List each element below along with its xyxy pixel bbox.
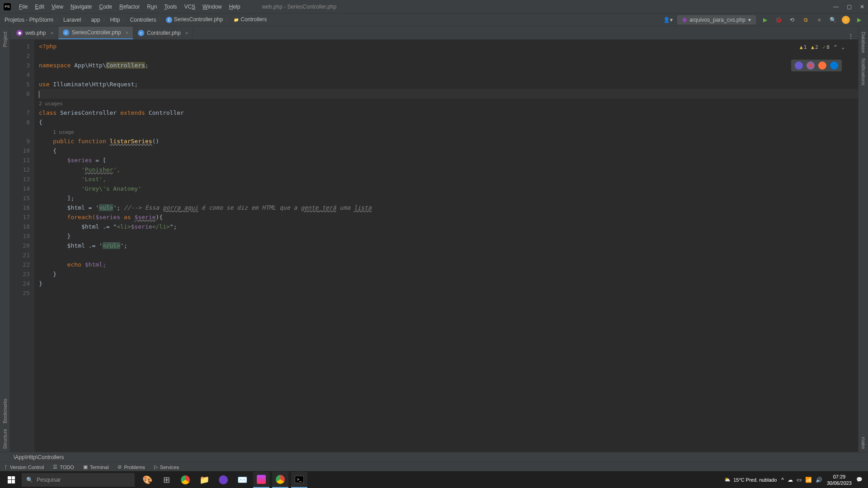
menu-window[interactable]: Window (199, 4, 226, 10)
next-highlight-icon[interactable]: ⌄ (841, 42, 844, 52)
taskbar-mail[interactable]: ✉️ (234, 472, 250, 488)
update-button[interactable]: ↑ (842, 16, 850, 24)
open-in-browser-panel (791, 60, 842, 71)
profile-button[interactable]: ⧉ (801, 15, 810, 24)
taskbar-chrome-2[interactable] (272, 472, 288, 488)
minimize-button[interactable]: — (833, 4, 839, 10)
clock-time: 07:29 (827, 474, 852, 480)
user-menu[interactable]: 👤▾ (663, 17, 673, 23)
sidebar-make[interactable]: make (861, 437, 866, 449)
sidebar-bookmarks[interactable]: Bookmarks (2, 399, 8, 423)
taskbar-terminal[interactable]: >_ (291, 472, 307, 488)
tray-chevron-icon[interactable]: ^ (781, 477, 784, 483)
tab-options-icon[interactable]: ⋮ (844, 33, 858, 39)
usages-hint[interactable]: 2 usages (39, 101, 63, 107)
sidebar-project[interactable]: Project (2, 32, 8, 47)
coverage-button[interactable]: ⟲ (788, 15, 797, 24)
taskbar-github[interactable] (215, 472, 231, 488)
run-button[interactable]: ▶ (760, 15, 769, 24)
tab-controller[interactable]: C Controller.php × (133, 27, 193, 39)
stop-button[interactable]: ■ (815, 15, 824, 24)
tool-version-control[interactable]: ᚴVersion Control (5, 465, 44, 470)
tab-close-icon[interactable]: × (185, 30, 188, 36)
php-icon: ⬢ (682, 17, 687, 23)
tab-close-icon[interactable]: × (126, 30, 128, 35)
menu-vcs[interactable]: VCS (180, 4, 199, 10)
code-area[interactable]: ▲1 ▲2 ✓8 ^ ⌄ 123456 78 91011121314151617… (10, 40, 858, 452)
task-view-button[interactable]: ⊞ (158, 472, 175, 488)
menu-edit[interactable]: Edit (31, 4, 48, 10)
warning-icon: ▲ (800, 42, 803, 52)
taskbar-search[interactable]: 🔍 Pesquisar (22, 473, 135, 487)
main-area: Project Bookmarks Structure ⬢ web.php × … (0, 26, 868, 452)
menu-run[interactable]: Run (143, 4, 160, 10)
menu-code[interactable]: Code (95, 4, 116, 10)
close-button[interactable]: ✕ (860, 4, 864, 10)
taskbar-phpstorm[interactable] (253, 472, 269, 488)
editor-tabs: ⬢ web.php × C SeriesController.php × C C… (10, 26, 858, 40)
run-config-label: arquivos_para_cvs.php (689, 17, 745, 23)
maximize-button[interactable]: ▢ (847, 4, 852, 10)
tool-services[interactable]: ▷Services (154, 464, 179, 470)
tool-todo[interactable]: ☰TODO (53, 464, 74, 470)
menu-view[interactable]: View (48, 4, 67, 10)
usages-hint[interactable]: 1 usage (53, 129, 74, 135)
menu-help[interactable]: Help (226, 4, 244, 10)
menu-navigate[interactable]: Navigate (67, 4, 95, 10)
navigation-bar: Projetos - PhpStorm〉 Laravel〉 app〉 Http〉… (0, 14, 868, 26)
crumb-http[interactable]: Http (110, 17, 120, 23)
sidebar-database[interactable]: Database (861, 32, 866, 53)
crumb-file[interactable]: CSeriesController.php (166, 16, 223, 23)
inspection-widget[interactable]: ▲1 ▲2 ✓8 ^ ⌄ (800, 42, 844, 52)
warning-count: 1 (804, 42, 807, 52)
tab-close-icon[interactable]: × (50, 30, 53, 36)
tab-web-php[interactable]: ⬢ web.php × (12, 27, 58, 39)
prev-highlight-icon[interactable]: ^ (834, 42, 837, 52)
weather-text: 15°C Pred. nublado (733, 477, 777, 483)
sidebar-structure[interactable]: Structure (2, 429, 8, 449)
services-icon: ▷ (154, 464, 158, 470)
crumb-laravel[interactable]: Laravel (63, 17, 81, 23)
crumb-controllers[interactable]: Controllers (130, 17, 156, 23)
problems-icon: ⊘ (118, 464, 122, 470)
edge-icon[interactable] (830, 61, 838, 70)
menu-tools[interactable]: Tools (160, 4, 180, 10)
chrome-icon[interactable] (807, 61, 815, 70)
run-config-selector[interactable]: ⬢ arquivos_para_cvs.php ▾ (677, 15, 756, 24)
crumb-app[interactable]: app (91, 17, 100, 23)
tray-volume-icon[interactable]: 🔊 (816, 477, 822, 483)
crumb-namespace[interactable]: 📁Controllers (233, 16, 267, 23)
sidebar-notifications[interactable]: Notifications (861, 58, 866, 85)
search-everywhere-button[interactable]: 🔍 (828, 15, 837, 24)
tab-seriescontroller[interactable]: C SeriesController.php × (58, 27, 133, 39)
tool-terminal[interactable]: ▣Terminal (83, 464, 109, 470)
tool-problems[interactable]: ⊘Problems (118, 464, 145, 470)
php-class-icon: C (166, 17, 172, 23)
typo-icon: ✓ (823, 42, 826, 52)
typo-count: 8 (826, 42, 830, 52)
menu-refactor[interactable]: Refactor (116, 4, 143, 10)
tray-onedrive-icon[interactable]: ☁ (788, 477, 793, 483)
tray-meet-now-icon[interactable]: ▭ (797, 477, 802, 483)
crumb-project[interactable]: Projetos - PhpStorm (5, 17, 53, 23)
weak-warning-icon: ▲ (811, 42, 814, 52)
start-button[interactable] (3, 471, 20, 488)
ide-settings-button[interactable]: ▶ (854, 15, 863, 24)
taskbar-pinned-app[interactable]: 🎨 (139, 472, 156, 488)
code-content[interactable]: <?php namespace App\Http\Controllers; us… (34, 40, 858, 452)
firefox-icon[interactable] (818, 61, 826, 70)
taskbar-clock[interactable]: 07:29 30/06/2023 (827, 474, 852, 486)
caret (39, 91, 39, 98)
taskbar-weather[interactable]: ⛅ 15°C Pred. nublado (724, 477, 777, 483)
app-logo: PS (4, 3, 11, 10)
taskbar-chrome[interactable] (177, 472, 193, 488)
tray-network-icon[interactable]: 📶 (805, 477, 812, 483)
taskbar-explorer[interactable]: 📁 (196, 472, 212, 488)
debug-button[interactable]: 🐞 (774, 15, 783, 24)
namespace-breadcrumb[interactable]: \App\Http\Controllers (0, 452, 868, 462)
editor: ⬢ web.php × C SeriesController.php × C C… (10, 26, 858, 452)
php-class-icon: C (138, 30, 144, 36)
phpstorm-browser-icon[interactable] (795, 61, 803, 70)
tray-notifications-icon[interactable]: 💬 (856, 477, 863, 483)
menu-file[interactable]: File (15, 4, 31, 10)
